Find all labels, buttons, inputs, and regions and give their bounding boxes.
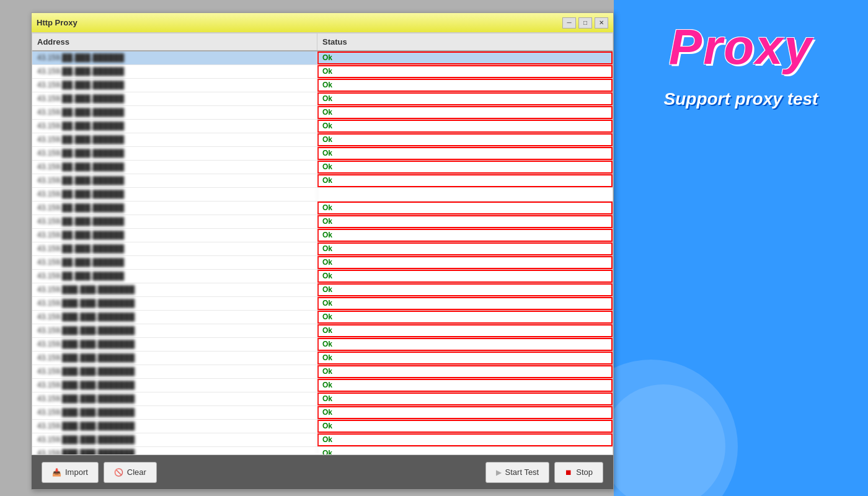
row-status: Ok	[317, 92, 613, 105]
row-address: 43.159.███.███.███████	[32, 379, 317, 392]
row-status: Ok	[317, 133, 613, 146]
row-status: Ok	[317, 447, 613, 454]
row-address: 43.159.███.███.███████	[32, 420, 317, 433]
table-row[interactable]: 43.159.███.███.███████Ok	[32, 392, 613, 406]
row-status: Ok	[317, 65, 613, 78]
row-status: Ok	[317, 352, 613, 365]
row-address: 43.159.██.███.██████	[32, 215, 317, 228]
table-row[interactable]: 43.159.██.███.██████Ok	[32, 147, 613, 161]
table-row[interactable]: 43.159.██.███.██████Ok	[32, 229, 613, 242]
table-row[interactable]: 43.159.██.███.██████Ok	[32, 174, 613, 188]
restore-button[interactable]: □	[578, 17, 592, 29]
table-body[interactable]: 43.159.██.███.██████Ok43.159.██.███.████…	[32, 51, 613, 454]
table-row[interactable]: 43.159.██.███.██████Ok	[32, 161, 613, 174]
row-status: Ok	[317, 229, 613, 242]
row-status: Ok	[317, 420, 613, 433]
table-row[interactable]: 43.159.███.███.███████Ok	[32, 311, 613, 324]
row-address: 43.159.███.███.███████	[32, 392, 317, 405]
start-test-button[interactable]: ▶ Start Test	[485, 462, 550, 483]
row-address: 43.159.███.███.███████	[32, 338, 317, 351]
row-address: 43.159.██.███.██████	[32, 229, 317, 242]
table-row[interactable]: 43.159.██.███.██████Ok	[32, 256, 613, 270]
table-row[interactable]: 43.159.██.███.██████Ok	[32, 65, 613, 79]
row-status: Ok	[317, 174, 613, 187]
table-row[interactable]: 43.159.██.███.██████Ok	[32, 106, 613, 120]
import-button[interactable]: 📥 Import	[42, 462, 99, 483]
row-address: 43.159.██.███.██████	[32, 120, 317, 133]
table-row[interactable]: 43.159.██.███.██████Ok	[32, 270, 613, 283]
stop-icon: ⏹	[565, 468, 572, 477]
table-row[interactable]: 43.159.███.███.███████Ok	[32, 324, 613, 338]
table-row[interactable]: 43.159.██.███.██████Ok	[32, 51, 613, 65]
start-test-label: Start Test	[505, 467, 539, 477]
row-address: 43.159.███.███.███████	[32, 433, 317, 446]
proxy-title: Proxy	[669, 19, 813, 76]
table-row[interactable]: 43.159.███.███.███████Ok	[32, 379, 613, 392]
table-row[interactable]: 43.159.███.███.███████Ok	[32, 406, 613, 420]
row-status: Ok	[317, 215, 613, 228]
row-address: 43.159.███.███.███████	[32, 297, 317, 310]
row-address: 43.159.███.███.███████	[32, 324, 317, 337]
row-address: 43.159.██.███.██████	[32, 106, 317, 119]
import-label: Import	[65, 467, 88, 477]
table-row[interactable]: 43.159.███.███.███████Ok	[32, 433, 613, 447]
row-status: Ok	[317, 433, 613, 446]
table-row[interactable]: 43.159.██.███.██████Ok	[32, 133, 613, 147]
row-status: Ok	[317, 392, 613, 405]
table-header: Address Status	[32, 33, 613, 51]
row-status: Ok	[317, 324, 613, 337]
row-status: Ok	[317, 270, 613, 283]
row-address: 43.159.███.███.███████	[32, 352, 317, 365]
table-row[interactable]: 43.159.██.███.██████Ok	[32, 120, 613, 133]
row-status: Ok	[317, 256, 613, 269]
row-status: Ok	[317, 79, 613, 92]
row-status: Ok	[317, 161, 613, 174]
minimize-button[interactable]: ─	[562, 17, 576, 29]
row-address: 43.159.██.███.██████	[32, 174, 317, 187]
table-row[interactable]: 43.159.██.███.██████Ok	[32, 202, 613, 215]
row-address: 43.159.██.███.██████	[32, 256, 317, 269]
clear-icon: 🚫	[114, 468, 123, 477]
row-status: Ok	[317, 406, 613, 419]
table-row[interactable]: 43.159.███.███.███████Ok	[32, 338, 613, 352]
row-address: 43.159.██.███.██████	[32, 92, 317, 105]
row-status: Ok	[317, 106, 613, 119]
title-bar-buttons: ─ □ ✕	[562, 17, 608, 29]
main-window: Http Proxy ─ □ ✕ Address Status 43.159.█…	[31, 12, 614, 490]
table-row[interactable]: 43.159.███.███.███████Ok	[32, 283, 613, 297]
table-row[interactable]: 43.159.███.███.███████Ok	[32, 447, 613, 454]
table-row[interactable]: 43.159.███.███.███████Ok	[32, 420, 613, 433]
row-address: 43.159.██.███.██████	[32, 270, 317, 283]
table-row[interactable]: 43.159.███.███.███████Ok	[32, 297, 613, 311]
table-row[interactable]: 43.159.███.███.███████Ok	[32, 365, 613, 379]
col-address-header: Address	[32, 33, 317, 50]
row-status: Ok	[317, 51, 613, 64]
table-row[interactable]: 43.159.███.███.███████Ok	[32, 352, 613, 365]
row-status: Ok	[317, 379, 613, 392]
stop-label: Stop	[576, 467, 593, 477]
row-status: Ok	[317, 297, 613, 310]
row-address: 43.159.██.███.██████	[32, 161, 317, 174]
col-status-header: Status	[317, 33, 613, 50]
row-status: Ok	[317, 120, 613, 133]
stop-button[interactable]: ⏹ Stop	[554, 462, 603, 483]
clear-button[interactable]: 🚫 Clear	[104, 462, 157, 483]
row-address: 43.159.██.███.██████	[32, 133, 317, 146]
title-bar: Http Proxy ─ □ ✕	[32, 13, 613, 33]
toolbar-right: ▶ Start Test ⏹ Stop	[485, 462, 603, 483]
row-status	[317, 188, 613, 201]
row-address: 43.159.██.███.██████	[32, 202, 317, 215]
clear-label: Clear	[127, 467, 146, 477]
table-row[interactable]: 43.159.██.███.██████Ok	[32, 92, 613, 106]
table-row[interactable]: 43.159.██.███.██████Ok	[32, 242, 613, 256]
row-address: 43.159.███.███.███████	[32, 447, 317, 454]
table-row[interactable]: 43.159.██.███.██████	[32, 188, 613, 202]
row-address: 43.159.███.███.███████	[32, 311, 317, 324]
proxy-table: Address Status 43.159.██.███.██████Ok43.…	[32, 33, 613, 455]
window-title: Http Proxy	[37, 18, 562, 27]
table-row[interactable]: 43.159.██.███.██████Ok	[32, 79, 613, 92]
row-address: 43.159.██.███.██████	[32, 242, 317, 255]
table-row[interactable]: 43.159.██.███.██████Ok	[32, 215, 613, 229]
row-status: Ok	[317, 202, 613, 215]
close-button[interactable]: ✕	[595, 17, 608, 29]
